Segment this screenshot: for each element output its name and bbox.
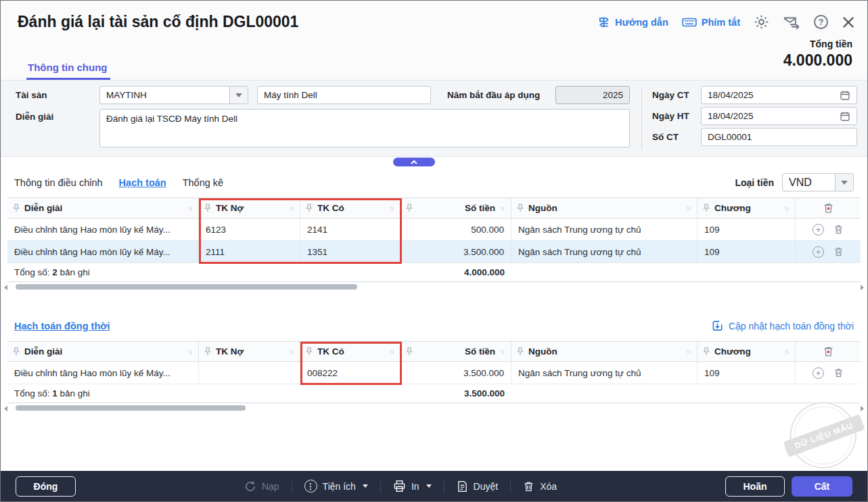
col-chapter[interactable]: Chương ↑↓ bbox=[698, 198, 796, 218]
record-count: 2 bbox=[52, 267, 58, 277]
col-credit[interactable]: TK Có ↑↓ bbox=[300, 198, 401, 218]
sort-icon[interactable]: ↑↓ bbox=[289, 204, 294, 212]
doc-date-input[interactable]: 18/04/2025 bbox=[701, 86, 857, 104]
action-bar: Đóng Nạp ⋮ Tiện ích bbox=[1, 471, 867, 501]
scroll-right-icon[interactable] bbox=[861, 285, 864, 290]
sort-icon[interactable]: ↑↓ bbox=[784, 204, 790, 212]
horizontal-scrollbar[interactable] bbox=[10, 284, 858, 290]
dialog-revaluate-fixed-asset: Đánh giá lại tài sản cố định DGL00001 Hư… bbox=[0, 0, 868, 502]
settings-gear-icon[interactable] bbox=[754, 14, 769, 30]
help-icon[interactable]: ? bbox=[814, 15, 828, 29]
scroll-left-icon[interactable] bbox=[4, 406, 7, 411]
asset-label: Tài sản bbox=[16, 90, 47, 100]
collapse-toggle[interactable] bbox=[393, 158, 435, 166]
doc-no-input[interactable]: DGL00001 bbox=[701, 128, 857, 146]
tab-accounting[interactable]: Hạch toán bbox=[119, 177, 166, 188]
start-year-label: Năm bắt đầu áp dụng bbox=[447, 90, 540, 100]
delete-row-icon[interactable] bbox=[833, 246, 844, 257]
chevron-down-icon[interactable] bbox=[229, 87, 248, 104]
sort-icon[interactable]: ↑↓ bbox=[686, 348, 691, 355]
document-icon bbox=[457, 480, 468, 493]
col-desc[interactable]: Diễn giải ↑↓ bbox=[7, 198, 199, 218]
add-row-icon[interactable]: + bbox=[813, 224, 824, 235]
tab-underline bbox=[26, 78, 110, 80]
sort-icon[interactable]: ↑↓ bbox=[187, 204, 193, 212]
simultaneous-accounting-link[interactable]: Hạch toán đồng thời bbox=[14, 321, 110, 332]
add-row-icon[interactable]: + bbox=[813, 246, 824, 258]
sort-icon[interactable]: ↑↓ bbox=[686, 204, 691, 212]
sort-icon[interactable]: ↑↓ bbox=[784, 348, 790, 355]
delete-row-icon[interactable] bbox=[833, 367, 844, 378]
pin-icon[interactable] bbox=[204, 347, 211, 356]
pin-icon[interactable] bbox=[306, 204, 313, 212]
col-amount[interactable]: Số tiền ↑↓ bbox=[401, 342, 511, 361]
scrollbar-thumb[interactable] bbox=[16, 284, 357, 290]
postpone-button[interactable]: Hoãn bbox=[725, 476, 785, 497]
calendar-icon[interactable] bbox=[840, 111, 850, 122]
sort-icon[interactable]: ↑↓ bbox=[389, 348, 394, 355]
scroll-right-icon[interactable] bbox=[861, 406, 864, 411]
calendar-icon[interactable] bbox=[840, 90, 850, 101]
sort-icon[interactable]: ↑↓ bbox=[187, 348, 193, 355]
collapse-strip bbox=[1, 157, 867, 168]
doc-no-label: Số CT bbox=[652, 132, 679, 142]
asset-name-input[interactable]: Máy tính Dell bbox=[257, 86, 431, 104]
pin-icon[interactable] bbox=[204, 204, 211, 212]
tab-adjustment-info[interactable]: Thông tin điều chỉnh bbox=[14, 177, 103, 188]
scrollbar-thumb[interactable] bbox=[16, 405, 246, 411]
close-button[interactable]: Đóng bbox=[16, 476, 76, 497]
currency-combo[interactable]: VND bbox=[782, 173, 854, 191]
send-mail-icon[interactable] bbox=[783, 15, 800, 30]
col-source[interactable]: Nguồn ↑↓ bbox=[511, 342, 698, 361]
pin-icon[interactable] bbox=[406, 347, 413, 356]
col-chapter[interactable]: Chương ↑↓ bbox=[698, 342, 796, 361]
scroll-left-icon[interactable] bbox=[4, 285, 7, 290]
pin-icon[interactable] bbox=[703, 347, 710, 356]
delete-row-icon[interactable] bbox=[833, 224, 844, 235]
pin-icon[interactable] bbox=[517, 347, 524, 356]
table-row[interactable]: Điều chỉnh tăng Hao mòn lũy kế Máy... 61… bbox=[7, 219, 861, 241]
utilities-icon: ⋮ bbox=[304, 480, 317, 493]
post-date-input[interactable]: 18/04/2025 bbox=[701, 107, 857, 125]
horizontal-scrollbar[interactable] bbox=[10, 405, 858, 411]
sort-icon[interactable]: ↑↓ bbox=[389, 204, 394, 212]
table-row[interactable]: Điều chỉnh tăng Hao mòn lũy kế Máy... 00… bbox=[7, 362, 861, 384]
approve-button[interactable]: Duyệt bbox=[457, 480, 499, 493]
pin-icon[interactable] bbox=[13, 347, 20, 356]
update-simultaneous-link[interactable]: Cập nhật hạch toán đồng thời bbox=[712, 320, 854, 332]
col-credit[interactable]: TK Có ↑↓ bbox=[300, 342, 401, 361]
guide-link[interactable]: Hướng dẫn bbox=[598, 16, 668, 28]
description-textarea[interactable]: Đánh giá lại TSCĐ Máy tính Dell bbox=[99, 109, 630, 147]
page-title: Đánh giá lại tài sản cố định DGL00001 bbox=[18, 13, 298, 31]
table-total-amount: 3.500.000 bbox=[401, 384, 511, 403]
delete-all-icon[interactable] bbox=[796, 342, 861, 361]
asset-code-combo[interactable]: MAYTINH bbox=[99, 86, 248, 104]
sort-icon[interactable]: ↑↓ bbox=[500, 204, 505, 212]
col-desc[interactable]: Diễn giải ↑↓ bbox=[7, 342, 199, 361]
add-row-icon[interactable]: + bbox=[813, 367, 824, 379]
sort-icon[interactable]: ↑↓ bbox=[500, 348, 505, 355]
tab-statistics[interactable]: Thống kê bbox=[183, 177, 223, 188]
pin-icon[interactable] bbox=[517, 204, 524, 212]
shortcut-link[interactable]: Phím tắt bbox=[682, 17, 740, 28]
close-icon[interactable] bbox=[842, 16, 855, 29]
delete-button[interactable]: Xóa bbox=[523, 480, 557, 493]
col-debit[interactable]: TK Nợ ↑↓ bbox=[199, 198, 300, 218]
col-debit[interactable]: TK Nợ ↑↓ bbox=[199, 342, 300, 361]
content-area: Diễn giải ↑↓ TK Nợ ↑↓ TK Có ↑↓ Số tiền bbox=[1, 198, 867, 472]
save-button[interactable]: Cất bbox=[792, 476, 852, 497]
col-source[interactable]: Nguồn ↑↓ bbox=[511, 198, 698, 218]
sort-icon[interactable]: ↑↓ bbox=[289, 348, 294, 355]
pin-icon[interactable] bbox=[406, 204, 413, 212]
delete-all-icon[interactable] bbox=[796, 198, 861, 218]
tab-general-info[interactable]: Thông tin chung bbox=[28, 62, 107, 73]
pin-icon[interactable] bbox=[13, 204, 20, 212]
chevron-down-icon[interactable] bbox=[835, 174, 853, 191]
col-amount[interactable]: Số tiền ↑↓ bbox=[401, 198, 511, 218]
pin-icon[interactable] bbox=[306, 347, 313, 356]
reload-button[interactable]: Nạp bbox=[244, 480, 279, 493]
utilities-button[interactable]: ⋮ Tiện ích bbox=[304, 480, 368, 493]
pin-icon[interactable] bbox=[703, 204, 710, 212]
table-row-selected[interactable]: Điều chỉnh tăng Hao mòn lũy kế Máy... 21… bbox=[7, 241, 861, 263]
print-button[interactable]: In bbox=[393, 480, 432, 493]
